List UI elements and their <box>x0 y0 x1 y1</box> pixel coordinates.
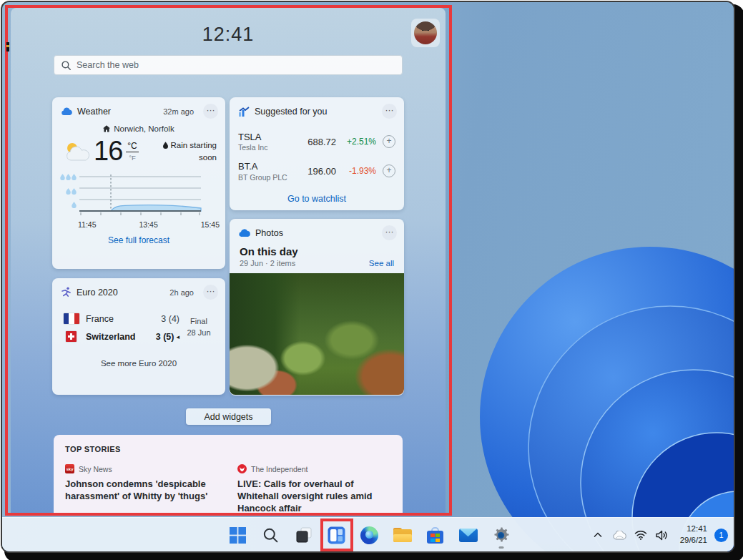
photos-widget[interactable]: Photos ··· On this day 29 Jun · 2 items … <box>230 219 404 396</box>
stock-name: BT Group PLC <box>238 173 287 182</box>
stock-row-bta[interactable]: BT.A BT Group PLC 196.00 -1.93% + <box>230 161 404 181</box>
notification-count-badge[interactable]: 1 <box>714 529 728 542</box>
weather-location-row: Norwich, Norfolk <box>52 124 225 133</box>
go-to-watchlist-link[interactable]: Go to watchlist <box>230 194 404 204</box>
onedrive-cloud-icon <box>238 229 250 237</box>
widget-title: Photos <box>255 228 283 238</box>
taskbar-search-button[interactable] <box>257 521 285 549</box>
widget-title: Weather <box>77 107 111 117</box>
stock-price: 688.72 <box>307 137 336 147</box>
see-full-forecast-link[interactable]: See full forecast <box>52 235 225 245</box>
mail-button[interactable] <box>454 521 483 549</box>
story-source: Sky News <box>79 465 112 473</box>
memory-photo-garden[interactable] <box>230 273 404 395</box>
rain-forecast-plot <box>78 172 202 220</box>
celsius-toggle[interactable]: °C <box>126 141 138 152</box>
search-input[interactable] <box>77 60 395 70</box>
widget-menu-button[interactable]: ··· <box>203 104 218 119</box>
running-app-indicator <box>498 546 503 549</box>
user-avatar <box>414 21 437 44</box>
volume-tray-button[interactable] <box>653 523 671 547</box>
widget-title: Suggested for you <box>255 107 327 117</box>
add-widgets-button[interactable]: Add widgets <box>186 408 271 425</box>
team-name: France <box>86 314 161 324</box>
widget-menu-button[interactable]: ··· <box>203 285 218 300</box>
taskbar: 12:41 29/6/21 1 <box>2 517 734 551</box>
news-story[interactable]: sky Sky News Johnson condemns 'despicabl… <box>65 464 219 513</box>
widgets-icon <box>328 526 345 544</box>
stock-row-tsla[interactable]: TSLA Tesla Inc 688.72 +2.51% + <box>230 132 404 152</box>
sports-widget[interactable]: Euro 2020 2h ago ··· France 3 (4) Switze… <box>52 278 225 395</box>
wifi-icon <box>634 530 647 540</box>
onedrive-tray-button[interactable] <box>610 523 629 547</box>
tray-chevron-button[interactable] <box>589 523 607 547</box>
the-independent-icon <box>237 464 247 473</box>
stock-change: +2.51% <box>336 137 376 147</box>
rain-axis-drops <box>61 172 78 220</box>
stock-change: -1.93% <box>336 166 376 176</box>
stocks-widget[interactable]: Suggested for you ··· TSLA Tesla Inc 688… <box>230 97 404 210</box>
weather-rain-chart <box>61 172 220 220</box>
team-name: Switzerland <box>86 332 156 342</box>
france-flag-icon <box>64 313 79 324</box>
task-view-icon <box>295 526 313 544</box>
top-stories-section: TOP STORIES sky Sky News Johnson condemn… <box>54 435 403 513</box>
search-icon <box>263 528 278 543</box>
fahrenheit-toggle[interactable]: °F <box>129 152 136 162</box>
raindrop-icon <box>163 142 168 149</box>
microsoft-edge-button[interactable] <box>355 521 384 549</box>
stock-name: Tesla Inc <box>238 143 267 152</box>
add-to-watchlist-button[interactable]: + <box>383 135 395 148</box>
weather-location: Norwich, Norfolk <box>114 124 174 133</box>
switzerland-flag-icon <box>66 331 77 342</box>
task-view-button[interactable] <box>290 521 318 549</box>
see-all-link[interactable]: See all <box>369 259 394 267</box>
widget-updated: 2h ago <box>169 288 194 297</box>
weather-widget[interactable]: Weather 32m ago ··· Norwich, Norfolk 16 … <box>52 97 225 269</box>
panel-clock: 12:41 <box>11 24 446 46</box>
match-team-row: France 3 (4) <box>64 313 179 324</box>
wifi-tray-button[interactable] <box>631 523 650 547</box>
stock-symbol: BT.A <box>238 161 287 172</box>
cursor-artifact <box>6 42 9 51</box>
store-icon <box>427 527 443 544</box>
user-account-button[interactable] <box>411 19 440 47</box>
one-drop-icon <box>72 202 77 208</box>
team-score: 3 (4) <box>161 314 179 324</box>
stock-price: 196.00 <box>307 166 336 177</box>
desktop-screenshot: 12:41 Weather 32m ago ··· <box>2 2 734 551</box>
onedrive-cloud-icon <box>612 531 626 540</box>
widget-menu-button[interactable]: ··· <box>382 225 397 240</box>
gear-icon <box>492 526 510 544</box>
three-drops-icon <box>60 174 77 180</box>
photos-heading: On this day <box>230 244 404 257</box>
start-button[interactable] <box>224 521 252 549</box>
edge-icon <box>360 526 378 544</box>
add-to-watchlist-button[interactable]: + <box>383 164 395 177</box>
tray-date: 29/6/21 <box>680 535 707 546</box>
story-headline[interactable]: Johnson condemns 'despicable harassment'… <box>65 478 219 502</box>
widgets-panel: 12:41 Weather 32m ago ··· <box>11 8 446 513</box>
folder-icon <box>393 528 412 542</box>
widgets-button[interactable] <box>323 521 351 549</box>
home-icon <box>103 125 110 132</box>
see-more-euro-link[interactable]: See more Euro 2020 <box>52 359 225 368</box>
story-headline[interactable]: LIVE: Calls for overhaul of Whitehall ov… <box>237 478 391 513</box>
microsoft-store-button[interactable] <box>421 521 450 549</box>
file-explorer-button[interactable] <box>388 521 417 549</box>
tray-time: 12:41 <box>680 524 707 535</box>
story-source: The Independent <box>251 465 307 473</box>
speaker-icon <box>656 530 669 541</box>
photos-subtitle: 29 Jun · 2 items <box>240 259 295 267</box>
settings-button[interactable] <box>487 521 516 549</box>
rain-chart-x-labels: 11:45 13:45 15:45 <box>78 220 220 229</box>
partly-cloudy-icon <box>62 141 91 162</box>
web-search-bar[interactable] <box>54 55 403 75</box>
weather-cloud-icon <box>61 107 72 116</box>
two-drops-icon <box>66 188 77 195</box>
stocks-trend-icon <box>238 107 250 117</box>
team-score: 3 (5) <box>156 332 174 342</box>
widget-menu-button[interactable]: ··· <box>382 104 397 119</box>
news-story[interactable]: The Independent LIVE: Calls for overhaul… <box>237 464 391 513</box>
tray-clock[interactable]: 12:41 29/6/21 <box>680 524 707 546</box>
